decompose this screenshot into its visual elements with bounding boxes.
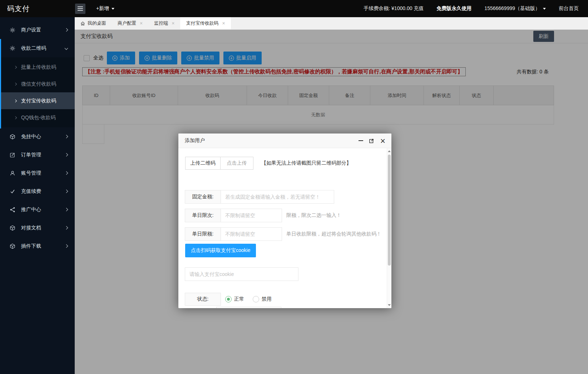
sidebar-subitem-batch-upload[interactable]: 批量上传收款码 (0, 59, 75, 76)
chevron-right-icon (65, 153, 68, 157)
radio-label: 正常 (234, 296, 244, 302)
chevron-right-icon (65, 28, 68, 32)
modal-title: 添加用户 (178, 137, 205, 144)
scroll-down-arrow-icon[interactable] (388, 304, 391, 306)
sidebar-item-account-management[interactable]: 账号管理 (0, 164, 75, 182)
top-header-bar: 码支付 +新增 手续费余额: ¥1000.00 充值 免费版永久使用 15566… (0, 0, 588, 17)
scrollbar-thumb[interactable] (388, 155, 391, 266)
close-icon[interactable]: × (172, 21, 174, 26)
daily-count-row: 单日限次: 限额，限次二选一输入！ (185, 209, 341, 222)
sidebar-item-api-docs[interactable]: 对接文档 (0, 219, 75, 237)
chevron-right-icon (14, 99, 17, 102)
radio-label: 禁用 (262, 296, 272, 302)
scan-cookie-button[interactable]: 点击扫码获取支付宝cookie (185, 244, 256, 257)
caret-down-icon (112, 8, 114, 10)
daily-count-hint: 限额，限次二选一输入！ (286, 212, 341, 219)
minimize-icon[interactable] (359, 140, 363, 141)
close-icon[interactable]: × (380, 137, 386, 144)
status-label: 状态: (185, 293, 221, 306)
scroll-up-arrow-icon[interactable] (388, 150, 391, 152)
chevron-right-icon (65, 171, 68, 175)
chevron-right-icon (14, 65, 17, 68)
chevron-right-icon (65, 208, 68, 212)
tab-label: 监控端 (154, 20, 168, 26)
sidebar-item-promotion-center[interactable]: 推广中心 (0, 200, 75, 219)
hamburger-icon (78, 6, 83, 7)
fixed-amount-row: 固定金额: (185, 190, 334, 204)
home-icon (80, 21, 85, 26)
sidebar-item-label: 推广中心 (21, 207, 41, 213)
subitem-label: QQ钱包-收款码 (21, 115, 55, 121)
main-content: 支付宝收款码 刷新 全选 添加 批量删除 批量禁用 批量启用 (75, 30, 588, 374)
click-upload-button[interactable]: 点击上传 (220, 157, 253, 170)
front-home-link[interactable]: 前台首页 (559, 5, 579, 12)
fixed-amount-input[interactable] (221, 190, 334, 204)
tab-label: 我的桌面 (88, 20, 106, 26)
sidebar-item-label: 插件下载 (21, 243, 41, 249)
close-icon[interactable]: × (222, 21, 225, 26)
modal-window-controls: × (359, 137, 391, 144)
daily-amount-input[interactable] (221, 227, 282, 241)
status-row: 状态: 正常 禁用 (185, 293, 272, 306)
sidebar-item-label: 收款二维码 (21, 45, 46, 52)
add-new-dropdown[interactable]: +新增 (96, 5, 114, 12)
radio-option-disabled[interactable]: 禁用 (253, 296, 272, 302)
sidebar-item-label: 订单管理 (21, 152, 41, 158)
radio-selected-icon[interactable] (225, 296, 232, 302)
add-user-modal: 添加用户 × 上传二维码 点击上传 【如果无法上传请截图只留二维码部分】 固定金… (178, 133, 391, 308)
sidebar-item-label: 免挂中心 (21, 133, 41, 140)
upload-hint: 【如果无法上传请截图只留二维码部分】 (261, 160, 351, 166)
radio-option-normal[interactable]: 正常 (225, 296, 244, 302)
cookie-input-row (185, 267, 298, 281)
modal-title-bar: 添加用户 × (178, 133, 391, 148)
check-icon (10, 188, 16, 194)
sidebar-item-free-hang-center[interactable]: 免挂中心 (0, 127, 75, 146)
daily-count-input[interactable] (221, 209, 282, 222)
active-section-accent-bar (0, 39, 1, 128)
menu-toggle-button[interactable] (75, 4, 85, 14)
cookie-button-row: 点击扫码获取支付宝cookie (185, 244, 256, 257)
sidebar-item-merchant-settings[interactable]: 商户设置 (0, 21, 75, 39)
cube-icon (10, 133, 16, 140)
cookie-input[interactable] (185, 267, 298, 281)
sidebar-subitem-wechat-code[interactable]: 微信支付收款码 (0, 76, 75, 92)
fee-balance-link[interactable]: 手续费余额: ¥1000.00 充值 (364, 5, 424, 12)
maximize-icon[interactable] (369, 139, 374, 143)
subitem-label: 批量上传收款码 (21, 64, 56, 71)
cube-icon (10, 243, 16, 249)
chevron-right-icon (65, 135, 68, 139)
upload-qrcode-button[interactable]: 上传二维码 (185, 157, 221, 170)
tab-my-desktop[interactable]: 我的桌面 (75, 17, 112, 29)
daily-count-label: 单日限次: (185, 209, 221, 222)
account-label: 15566669999（基础版） (484, 5, 540, 12)
sidebar-subitem-alipay-code[interactable]: 支付宝传收款码 (0, 92, 75, 109)
chevron-right-icon (65, 244, 68, 248)
tab-label: 支付宝传收款码 (186, 20, 218, 26)
sidebar-item-order-management[interactable]: 订单管理 (0, 146, 75, 164)
edit-icon (10, 152, 16, 158)
radio-unselected-icon[interactable] (253, 296, 259, 302)
caret-down-icon (543, 8, 546, 10)
sidebar-item-label: 对接文档 (21, 225, 41, 231)
chevron-right-icon (65, 226, 68, 230)
account-dropdown[interactable]: 15566669999（基础版） (484, 5, 546, 12)
chevron-right-icon (14, 116, 17, 119)
sidebar-subitem-qq-wallet-code[interactable]: QQ钱包-收款码 (0, 109, 75, 126)
tab-merchant-config[interactable]: 商户配置 × (112, 17, 148, 29)
app-logo: 码支付 (0, 4, 75, 14)
close-icon[interactable]: × (140, 21, 143, 26)
tab-monitor[interactable]: 监控端 × (148, 17, 180, 29)
fixed-amount-label: 固定金额: (185, 190, 221, 204)
header-right-menu: 手续费余额: ¥1000.00 充值 免费版永久使用 15566669999（基… (364, 5, 588, 12)
daily-amount-row: 单日限额: 单日收款限额，超过将会轮询其他收款码！ (185, 227, 381, 241)
sidebar-item-qrcode-section[interactable]: 收款二维码 (0, 39, 75, 57)
modal-scrollbar[interactable] (387, 148, 391, 308)
sidebar-item-plugin-download[interactable]: 插件下载 (0, 237, 75, 255)
sidebar-item-label: 商户设置 (21, 27, 41, 33)
tab-alipay-code[interactable]: 支付宝传收款码 × (180, 17, 231, 29)
chevron-right-icon (14, 82, 17, 85)
sidebar-item-recharge-renewal[interactable]: 充值续费 (0, 182, 75, 200)
version-badge: 免费版永久使用 (436, 5, 471, 12)
subitem-label: 微信支付收款码 (21, 81, 56, 87)
sidebar-item-label: 充值续费 (21, 188, 41, 195)
